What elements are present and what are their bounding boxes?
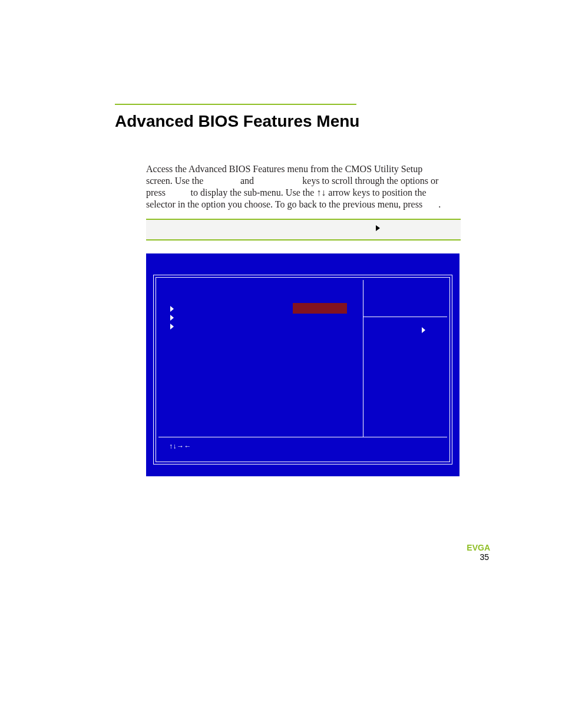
- intro-line-3a: press: [146, 187, 168, 197]
- bios-screenshot: ↑↓→←: [146, 253, 459, 476]
- bios-nav-hint: ↑↓→←: [169, 442, 191, 450]
- intro-line-4-end: .: [438, 199, 441, 209]
- intro-line-2c: keys to scroll through the options or: [300, 176, 438, 186]
- intro-line-4: selector in the option you choose. To go…: [146, 199, 425, 209]
- arrow-keys-glyph: ↑↓: [316, 187, 326, 197]
- intro-line-2b: and: [238, 176, 256, 186]
- bios-footer-divider: [158, 437, 447, 437]
- submenu-arrow-icon: [170, 315, 174, 321]
- manual-page: Advanced BIOS Features Menu Access the A…: [0, 0, 562, 728]
- intro-line-2a: screen. Use the: [146, 176, 206, 186]
- bios-vertical-divider: [363, 280, 363, 437]
- bios-frame-outer: ↑↓→←: [153, 275, 452, 465]
- intro-line-3c: arrow keys to position the: [326, 187, 426, 197]
- intro-line-1: Access the Advanced BIOS Features menu f…: [146, 164, 422, 174]
- item-help-arrow-icon: [422, 327, 425, 333]
- note-strip: [146, 220, 461, 239]
- intro-line-3b: to display the sub-menu. Use the: [189, 187, 317, 197]
- bios-selection-highlight: [293, 303, 347, 314]
- brand-label: EVGA: [467, 543, 490, 552]
- page-title: Advanced BIOS Features Menu: [115, 111, 362, 131]
- intro-paragraph: Access the Advanced BIOS Features menu f…: [146, 163, 452, 210]
- page-number: 35: [480, 552, 489, 562]
- note-bullet-icon: [376, 225, 380, 231]
- submenu-arrow-icon: [170, 324, 174, 330]
- divider-top: [115, 104, 356, 105]
- submenu-arrow-icon: [170, 306, 174, 312]
- bios-help-header-divider: [363, 317, 447, 317]
- note-divider-bottom: [146, 239, 461, 241]
- bios-frame-inner: ↑↓→←: [156, 277, 450, 462]
